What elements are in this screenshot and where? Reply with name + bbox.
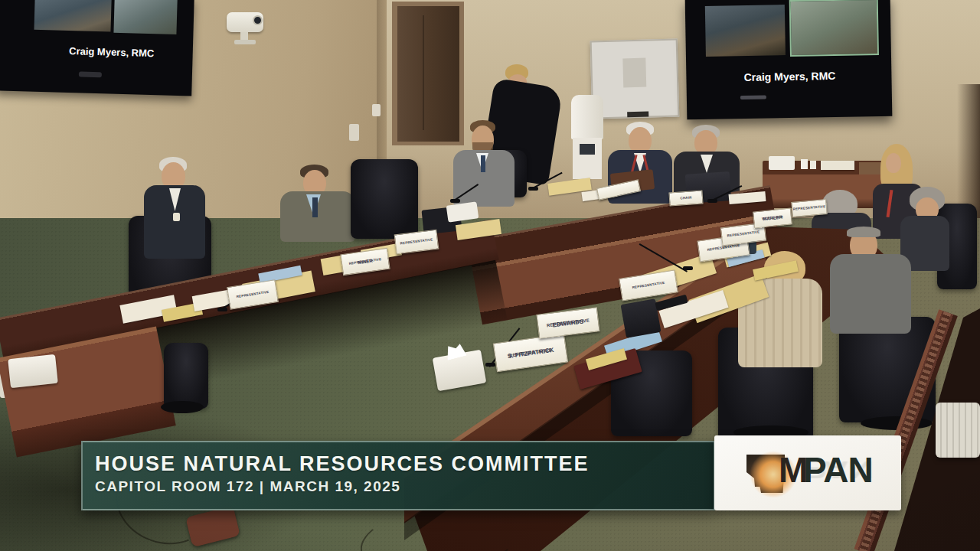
left-tv-feed-2 bbox=[113, 0, 177, 34]
water-cooler-tank bbox=[571, 95, 603, 139]
nameplate: REPRESENTATIVE bbox=[791, 199, 828, 217]
person-6-head bbox=[886, 153, 901, 173]
door bbox=[397, 6, 459, 142]
nameplate-title: REPRESENTATIVE bbox=[400, 237, 433, 246]
credenza-cup bbox=[801, 159, 808, 169]
right-tv-pill bbox=[740, 96, 766, 100]
microphone-base bbox=[528, 187, 538, 191]
microphone-base bbox=[485, 363, 495, 367]
credenza-cup-2 bbox=[810, 161, 816, 169]
empty-chair-center-left bbox=[351, 159, 418, 239]
credenza-papers bbox=[821, 161, 854, 170]
nameplate-name: S. FITZPATRICK bbox=[507, 346, 554, 359]
left-tv-feed-1 bbox=[34, 0, 112, 32]
right-tv-caption: Craig Myers, RMC bbox=[709, 69, 870, 84]
mpan-logo-card: M PAN PAN bbox=[714, 435, 901, 510]
light-switch bbox=[349, 124, 359, 141]
person-1-badge bbox=[173, 213, 180, 221]
nameplate-name: EDWARDS bbox=[552, 318, 584, 328]
left-tv-caption: Craig Myers, RMC bbox=[28, 44, 196, 60]
nameplate: CHAIR bbox=[668, 190, 703, 206]
nameplate-title: CHAIR bbox=[680, 195, 692, 201]
person-3-tie bbox=[481, 155, 485, 172]
tissue-box bbox=[8, 354, 58, 388]
microphone-base bbox=[217, 308, 227, 311]
left-tv: Craig Myers, RMC bbox=[0, 0, 194, 96]
banner-title: HOUSE NATURAL RESOURCES COMMITTEE bbox=[95, 451, 714, 477]
person-9-hair-fringe bbox=[847, 227, 880, 237]
lower-third-banner: HOUSE NATURAL RESOURCES COMMITTEE CAPITO… bbox=[81, 441, 715, 510]
thermostat bbox=[372, 104, 381, 116]
right-tv-feed-2 bbox=[789, 0, 879, 57]
nameplate-title: REPRESENTATIVE bbox=[792, 204, 825, 212]
nameplate-title: REPRESENTATIVE bbox=[727, 230, 760, 238]
nameplate-title: REPRESENTATIVE bbox=[236, 290, 269, 300]
left-tv-pill bbox=[79, 71, 102, 77]
nameplate-title: REPRESENTATIVE bbox=[632, 281, 665, 291]
microphone-base bbox=[450, 199, 460, 203]
credenza-tissue-box bbox=[769, 156, 795, 170]
ptz-camera-lens-icon bbox=[253, 15, 263, 25]
microphone-base bbox=[707, 199, 717, 203]
whiteboard bbox=[590, 39, 680, 119]
right-tv: Craig Myers, RMC bbox=[685, 0, 893, 119]
ptz-camera-base bbox=[234, 40, 256, 44]
logo-reflection: PAN bbox=[803, 455, 873, 484]
person-9-torso bbox=[830, 254, 911, 334]
nameplate-name: MARLER bbox=[763, 214, 782, 222]
whiteboard-sketch bbox=[622, 58, 646, 88]
radiator bbox=[936, 403, 980, 458]
under-table-chair-wheels bbox=[161, 401, 204, 413]
microphone-base bbox=[683, 266, 693, 270]
under-table-chair bbox=[164, 343, 208, 409]
right-tv-feed-1 bbox=[705, 5, 786, 57]
door-panel-line bbox=[423, 15, 424, 130]
nameplate-name: MINER bbox=[358, 258, 373, 266]
banner-subtitle: CAPITOL ROOM 172 | MARCH 19, 2025 bbox=[95, 477, 714, 497]
credenza-box bbox=[859, 162, 882, 174]
broadcast-frame: Craig Myers, RMC Craig Myers, RMC bbox=[0, 0, 980, 551]
person-2-tie bbox=[312, 197, 318, 217]
whiteboard-eraser bbox=[627, 112, 648, 118]
water-cooler-panel bbox=[580, 144, 595, 155]
